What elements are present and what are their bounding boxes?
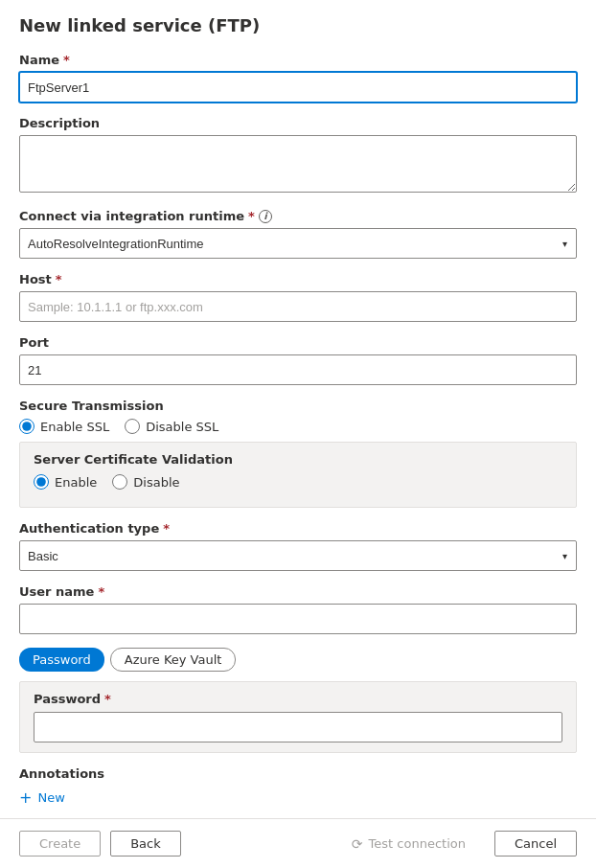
password-tab-group: Password Azure Key Vault bbox=[19, 648, 577, 672]
annotations-label: Annotations bbox=[19, 766, 577, 781]
name-input[interactable] bbox=[19, 72, 577, 103]
page-wrapper: New linked service (FTP) Name * Descript… bbox=[0, 0, 596, 868]
name-required: * bbox=[63, 53, 70, 67]
name-label: Name * bbox=[19, 53, 577, 67]
host-label: Host * bbox=[19, 272, 577, 286]
enable-ssl-label: Enable SSL bbox=[40, 420, 109, 434]
port-input[interactable] bbox=[19, 354, 577, 385]
disable-ssl-label: Disable SSL bbox=[146, 420, 218, 434]
cert-validation-box: Server Certificate Validation Enable Dis… bbox=[19, 442, 577, 508]
cert-disable-option[interactable]: Disable bbox=[112, 474, 179, 490]
cert-validation-title: Server Certificate Validation bbox=[34, 452, 562, 467]
host-field-group: Host * bbox=[19, 272, 577, 322]
ir-required: * bbox=[248, 209, 255, 223]
test-connection-label: Test connection bbox=[369, 836, 466, 851]
annotations-section: Annotations + New bbox=[19, 766, 577, 807]
description-input[interactable] bbox=[19, 135, 577, 193]
cancel-button[interactable]: Cancel bbox=[494, 831, 577, 857]
disable-ssl-option[interactable]: Disable SSL bbox=[125, 419, 218, 434]
cert-disable-label: Disable bbox=[133, 475, 179, 490]
cert-enable-radio[interactable] bbox=[34, 474, 49, 490]
cert-enable-option[interactable]: Enable bbox=[34, 474, 97, 490]
main-content: New linked service (FTP) Name * Descript… bbox=[0, 0, 596, 818]
auth-type-select[interactable]: Basic bbox=[19, 540, 577, 571]
secure-transmission-radio-group: Enable SSL Disable SSL bbox=[19, 419, 577, 434]
secure-transmission-label: Secure Transmission bbox=[19, 399, 577, 413]
add-annotation-label: New bbox=[37, 790, 64, 805]
integration-runtime-field-group: Connect via integration runtime * i Auto… bbox=[19, 209, 577, 259]
port-label: Port bbox=[19, 335, 577, 350]
password-input[interactable] bbox=[34, 712, 562, 742]
auth-type-select-wrapper: Basic ▾ bbox=[19, 540, 577, 571]
host-input[interactable] bbox=[19, 291, 577, 322]
username-required: * bbox=[98, 584, 104, 599]
create-button[interactable]: Create bbox=[19, 831, 101, 857]
cert-disable-radio[interactable] bbox=[112, 474, 127, 490]
username-input[interactable] bbox=[19, 604, 577, 634]
password-section: Password * bbox=[19, 681, 577, 753]
enable-ssl-option[interactable]: Enable SSL bbox=[19, 419, 109, 434]
description-field-group: Description bbox=[19, 116, 577, 195]
integration-runtime-select-wrapper: AutoResolveIntegrationRuntime ▾ bbox=[19, 228, 577, 259]
footer: Create Back ⟳ Test connection Cancel bbox=[0, 818, 596, 868]
integration-runtime-select[interactable]: AutoResolveIntegrationRuntime bbox=[19, 228, 577, 259]
secure-transmission-section: Secure Transmission Enable SSL Disable S… bbox=[19, 399, 577, 508]
cert-enable-label: Enable bbox=[55, 475, 97, 490]
disable-ssl-radio[interactable] bbox=[125, 419, 140, 434]
add-annotation-button[interactable]: + New bbox=[19, 788, 65, 807]
name-field-group: Name * bbox=[19, 53, 577, 103]
password-required: * bbox=[104, 692, 111, 706]
plus-icon: + bbox=[19, 788, 32, 807]
port-field-group: Port bbox=[19, 335, 577, 385]
cert-validation-radio-group: Enable Disable bbox=[34, 474, 562, 490]
host-required: * bbox=[56, 272, 62, 286]
password-inner-label: Password * bbox=[34, 692, 562, 706]
password-tab[interactable]: Password bbox=[19, 648, 104, 672]
test-connection-button[interactable]: ⟳ Test connection bbox=[332, 832, 485, 857]
back-button[interactable]: Back bbox=[110, 831, 181, 857]
auth-type-required: * bbox=[163, 521, 170, 536]
auth-type-label: Authentication type * bbox=[19, 521, 577, 536]
azure-key-vault-tab[interactable]: Azure Key Vault bbox=[110, 648, 237, 672]
test-connection-icon: ⟳ bbox=[352, 836, 363, 852]
integration-runtime-label: Connect via integration runtime * i bbox=[19, 209, 577, 223]
auth-type-field-group: Authentication type * Basic ▾ bbox=[19, 521, 577, 571]
page-title: New linked service (FTP) bbox=[19, 15, 577, 35]
username-field-group: User name * bbox=[19, 584, 577, 634]
integration-runtime-info-icon[interactable]: i bbox=[259, 210, 272, 223]
enable-ssl-radio[interactable] bbox=[19, 419, 34, 434]
description-label: Description bbox=[19, 116, 577, 130]
username-label: User name * bbox=[19, 584, 577, 599]
